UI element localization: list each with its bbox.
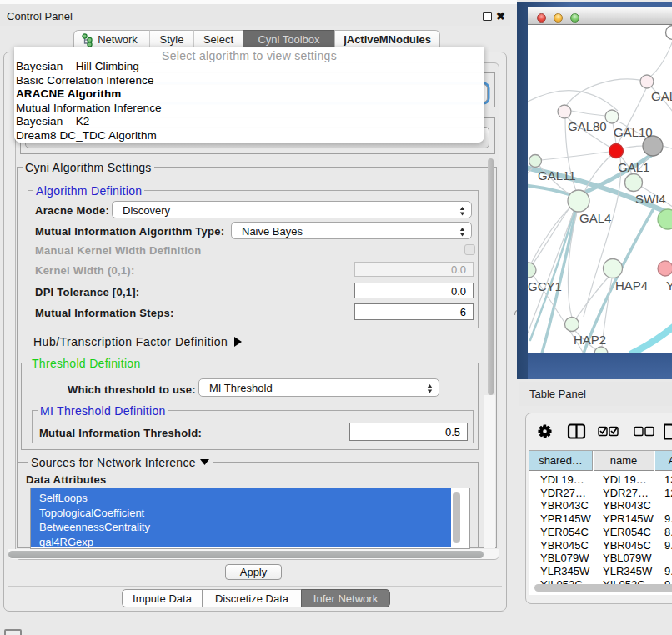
svg-text:GCY1: GCY1	[528, 279, 562, 293]
svg-text:Y: Y	[666, 278, 672, 292]
svg-text:HAP4: HAP4	[615, 278, 648, 292]
svg-text:GAL7: GAL7	[651, 89, 672, 103]
svg-text:HAP2: HAP2	[574, 332, 606, 347]
svg-text:SWI4: SWI4	[635, 192, 666, 206]
svg-text:GAL10: GAL10	[614, 125, 653, 139]
svg-text:GAL11: GAL11	[538, 168, 576, 182]
svg-text:GAL80: GAL80	[568, 119, 607, 133]
svg-text:GAL4: GAL4	[579, 211, 611, 225]
svg-text:GAL1: GAL1	[618, 160, 649, 174]
